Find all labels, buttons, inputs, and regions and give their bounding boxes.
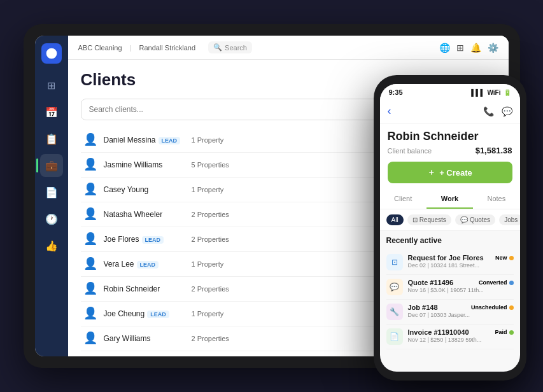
activity-title: Job #148 xyxy=(408,304,438,311)
activity-item[interactable]: ⊡ Request for Joe Flores New Dec 02 | 10… xyxy=(386,250,514,275)
topbar-search[interactable]: 🔍 Search xyxy=(208,41,252,53)
activity-title: Quote #11496 xyxy=(408,279,454,286)
client-properties: 1 Property xyxy=(192,136,249,144)
activity-type-icon: ⊡ xyxy=(386,254,403,270)
signal-icon: ▌▌▌ xyxy=(471,89,484,96)
sidebar-item-feedback[interactable]: 👍 xyxy=(40,234,63,257)
activity-details: Request for Joe Flores New Dec 02 | 1032… xyxy=(408,254,514,269)
filter-pills: All ⊡Requests 💬Quotes Jobs xyxy=(380,209,520,231)
activity-meta: Dec 07 | 10303 Jasper... xyxy=(408,312,514,318)
back-button[interactable]: ‹ xyxy=(388,104,391,118)
activity-type-icon: 🔧 xyxy=(386,304,403,320)
client-avatar-icon: 👤 xyxy=(83,256,99,272)
lead-badge: LEAD xyxy=(142,236,164,244)
activity-item[interactable]: 🔧 Job #148 Unscheduled Dec 07 | 10303 Ja… xyxy=(386,300,514,325)
activity-title-row: Quote #11496 Converted xyxy=(408,279,514,286)
search-icon: 🔍 xyxy=(213,43,222,52)
client-name: Joe FloresLEAD xyxy=(104,235,187,244)
client-name: Gary Williams xyxy=(104,334,187,343)
status-badge: New xyxy=(495,255,514,261)
phone-action-icons: 📞 💬 xyxy=(483,106,512,116)
create-button[interactable]: ＋ + Create xyxy=(388,162,512,183)
status-badge: Converted xyxy=(479,279,514,286)
client-name: Vera LeeLEAD xyxy=(104,260,187,269)
app-logo[interactable] xyxy=(41,43,62,64)
client-avatar-icon: 🏢 xyxy=(83,356,99,356)
client-name: Natasha Wheeler xyxy=(104,210,187,219)
client-properties: 1 Property xyxy=(192,186,249,193)
recently-active-section: Recently active ⊡ Request for Joe Flores… xyxy=(380,231,520,372)
tab-notes[interactable]: Notes xyxy=(473,190,519,209)
activity-item[interactable]: 💬 Quote #11496 Converted Nov 16 | $3.0K … xyxy=(386,275,514,300)
activity-details: Invoice #11910040 Paid Nov 12 | $250 | 1… xyxy=(408,328,514,343)
globe-icon[interactable]: 🌐 xyxy=(439,43,450,53)
phone-tabs: Client Work Notes xyxy=(380,190,520,209)
phone-call-icon[interactable]: 📞 xyxy=(483,106,494,116)
sidebar-item-clients[interactable]: 💼 xyxy=(40,154,63,177)
status-dot xyxy=(509,256,514,260)
topbar-icons: 🌐 ⊞ 🔔 ⚙️ xyxy=(439,43,498,53)
status-dot xyxy=(509,305,514,310)
phone-screen: 9:35 ▌▌▌ WiFi 🔋 ‹ 📞 💬 Robin Schneider xyxy=(380,84,520,372)
bell-icon[interactable]: 🔔 xyxy=(470,43,481,53)
phone-status-right: ▌▌▌ WiFi 🔋 xyxy=(471,89,511,96)
client-properties: 2 Properties xyxy=(192,211,249,218)
create-label: + Create xyxy=(439,168,472,178)
sidebar-item-quotes[interactable]: 📄 xyxy=(40,181,63,204)
client-properties: 2 Properties xyxy=(192,235,249,243)
wifi-icon: WiFi xyxy=(487,89,500,96)
activity-title: Invoice #11910040 xyxy=(408,328,469,336)
topbar: ABC Cleaning | Randall Strickland 🔍 Sear… xyxy=(68,36,509,60)
client-name: Joe CheungLEAD xyxy=(104,309,187,318)
activity-details: Quote #11496 Converted Nov 16 | $3.0K | … xyxy=(408,279,514,293)
client-properties: 1 Property xyxy=(192,260,249,268)
breadcrumb-divider: | xyxy=(130,44,132,52)
activity-title-row: Invoice #11910040 Paid xyxy=(408,328,514,336)
sidebar-item-requests[interactable]: 📋 xyxy=(40,127,63,150)
pill-requests[interactable]: ⊡Requests xyxy=(407,214,451,225)
sidebar-item-dashboard[interactable]: ⊞ xyxy=(40,74,63,97)
status-badge: Paid xyxy=(495,329,513,335)
recently-active-title: Recently active xyxy=(386,236,514,245)
client-properties: 1 Property xyxy=(192,310,249,318)
search-input[interactable] xyxy=(81,99,386,120)
client-properties: 2 Properties xyxy=(192,285,249,293)
lead-badge: LEAD xyxy=(147,311,169,318)
grid-icon[interactable]: ⊞ xyxy=(456,43,464,53)
client-avatar-icon: 👤 xyxy=(83,207,99,222)
client-avatar-icon: 👤 xyxy=(83,306,99,321)
activity-details: Job #148 Unscheduled Dec 07 | 10303 Jasp… xyxy=(408,304,514,318)
search-placeholder: Search xyxy=(225,44,247,52)
sidebar: ⊞ 📅 📋 💼 📄 🕐 👍 xyxy=(35,36,68,356)
tab-client[interactable]: Client xyxy=(380,190,427,209)
phone-time: 9:35 xyxy=(389,88,403,96)
pill-all[interactable]: All xyxy=(386,214,404,225)
sidebar-item-calendar[interactable]: 📅 xyxy=(40,101,63,123)
status-badge: Unscheduled xyxy=(471,304,514,311)
activity-type-icon: 📄 xyxy=(386,328,403,345)
pill-jobs[interactable]: Jobs xyxy=(499,214,519,225)
phone-overlay: 9:35 ▌▌▌ WiFi 🔋 ‹ 📞 💬 Robin Schneider xyxy=(374,75,526,381)
activity-meta: Nov 12 | $250 | 13829 59th... xyxy=(408,337,514,343)
tab-work[interactable]: Work xyxy=(427,190,473,209)
sidebar-item-history[interactable]: 🕐 xyxy=(40,207,63,230)
balance-label: Client balance xyxy=(388,147,432,155)
user-name: Randall Strickland xyxy=(139,44,195,52)
activity-meta: Dec 02 | 10324 181 Street... xyxy=(408,262,514,269)
phone-message-icon[interactable]: 💬 xyxy=(502,106,512,116)
battery-icon: 🔋 xyxy=(504,89,511,96)
phone-statusbar: 9:35 ▌▌▌ WiFi 🔋 xyxy=(380,84,520,101)
settings-icon[interactable]: ⚙️ xyxy=(488,43,498,53)
client-avatar-icon: 👤 xyxy=(83,132,99,148)
pill-quotes[interactable]: 💬Quotes xyxy=(455,214,495,225)
company-name: ABC Cleaning xyxy=(78,44,122,52)
activity-item[interactable]: 📄 Invoice #11910040 Paid Nov 12 | $250 |… xyxy=(386,325,514,349)
balance-value: $1,581.38 xyxy=(476,146,512,155)
client-avatar-icon: 👤 xyxy=(83,157,99,172)
activity-title: Request for Joe Flores xyxy=(408,254,484,262)
client-avatar-icon: 👤 xyxy=(83,331,99,346)
quotes-icon: 💬 xyxy=(460,216,468,223)
phone-client-info: Robin Schneider Client balance $1,581.38… xyxy=(380,123,520,190)
tablet: ⊞ 📅 📋 💼 📄 🕐 👍 ABC Cleaning | Randall Str… xyxy=(24,24,520,368)
status-dot xyxy=(509,281,514,285)
